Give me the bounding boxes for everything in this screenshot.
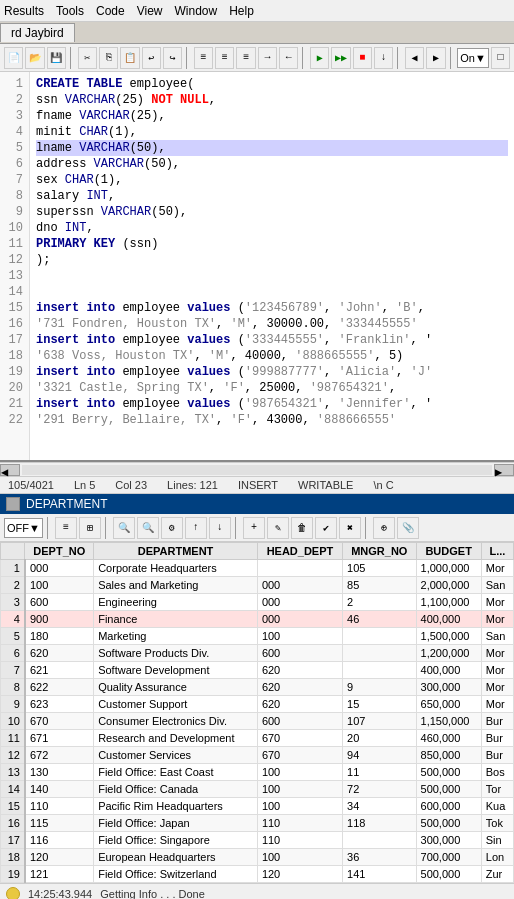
hscroll-left[interactable]: ◀ [0,464,20,476]
cell-mngr_no[interactable]: 11 [343,764,416,781]
cell-department[interactable]: European Headquarters [94,849,258,866]
cell-mngr_no[interactable]: 9 [343,679,416,696]
cell-head_dept[interactable]: 000 [257,577,342,594]
cell-dept_no[interactable]: 672 [25,747,94,764]
grid-btn-9[interactable]: ✎ [267,517,289,539]
grid-btn-6[interactable]: ↑ [185,517,207,539]
hscroll-track[interactable] [22,465,492,475]
cell-dept_no[interactable]: 671 [25,730,94,747]
toolbar-forward-btn[interactable]: ▶ [426,47,445,69]
cell-loc[interactable]: Sin [481,832,513,849]
data-table-container[interactable]: DEPT_NODEPARTMENTHEAD_DEPTMNGR_NOBUDGETL… [0,542,514,883]
toolbar-align-right[interactable]: ≡ [236,47,255,69]
cell-dept_no[interactable]: 120 [25,849,94,866]
cell-department[interactable]: Marketing [94,628,258,645]
cell-department[interactable]: Sales and Marketing [94,577,258,594]
grid-btn-12[interactable]: ✖ [339,517,361,539]
cell-loc[interactable]: Bos [481,764,513,781]
table-row[interactable]: 18120European Headquarters10036700,000Lo… [1,849,514,866]
cell-department[interactable]: Software Products Div. [94,645,258,662]
cell-head_dept[interactable]: 110 [257,832,342,849]
cell-loc[interactable]: Mor [481,560,513,577]
cell-budget[interactable]: 300,000 [416,832,481,849]
code-text[interactable]: CREATE TABLE employee( ssn VARCHAR(25) N… [30,72,514,460]
cell-mngr_no[interactable]: 2 [343,594,416,611]
cell-dept_no[interactable]: 130 [25,764,94,781]
table-row[interactable]: 2100Sales and Marketing000852,000,000San [1,577,514,594]
cell-dept_no[interactable]: 621 [25,662,94,679]
table-row[interactable]: 14140Field Office: Canada10072500,000Tor [1,781,514,798]
cell-department[interactable]: Pacific Rim Headquarters [94,798,258,815]
cell-loc[interactable]: San [481,577,513,594]
cell-mngr_no[interactable]: 118 [343,815,416,832]
cell-head_dept[interactable]: 670 [257,747,342,764]
cell-department[interactable]: Engineering [94,594,258,611]
cell-department[interactable]: Field Office: Canada [94,781,258,798]
table-row[interactable]: 13130Field Office: East Coast10011500,00… [1,764,514,781]
menu-view[interactable]: View [137,4,163,18]
table-row[interactable]: 6620Software Products Div.6001,200,000Mo… [1,645,514,662]
cell-budget[interactable]: 850,000 [416,747,481,764]
toolbar-outdent[interactable]: ← [279,47,298,69]
cell-head_dept[interactable]: 620 [257,679,342,696]
cell-budget[interactable]: 700,000 [416,849,481,866]
toolbar-run-all-btn[interactable]: ▶▶ [331,47,350,69]
cell-dept_no[interactable]: 600 [25,594,94,611]
cell-head_dept[interactable]: 100 [257,764,342,781]
grid-btn-13[interactable]: ⊕ [373,517,395,539]
cell-mngr_no[interactable]: 141 [343,866,416,883]
cell-budget[interactable]: 1,200,000 [416,645,481,662]
cell-budget[interactable]: 400,000 [416,662,481,679]
cell-loc[interactable]: San [481,628,513,645]
cell-mngr_no[interactable]: 85 [343,577,416,594]
cell-loc[interactable]: Bur [481,747,513,764]
table-row[interactable]: 8622Quality Assurance6209300,000Mor [1,679,514,696]
cell-budget[interactable]: 650,000 [416,696,481,713]
grid-btn-8[interactable]: + [243,517,265,539]
cell-mngr_no[interactable]: 94 [343,747,416,764]
cell-head_dept[interactable]: 600 [257,713,342,730]
grid-btn-4[interactable]: 🔍 [137,517,159,539]
cell-loc[interactable]: Lon [481,849,513,866]
toolbar-step-btn[interactable]: ↓ [374,47,393,69]
table-row[interactable]: 1000Corporate Headquarters1051,000,000Mo… [1,560,514,577]
toolbar-paste-btn[interactable]: 📋 [120,47,139,69]
toolbar-indent[interactable]: → [258,47,277,69]
cell-dept_no[interactable]: 000 [25,560,94,577]
toolbar-mode-dropdown[interactable]: On ▼ [457,48,489,68]
cell-mngr_no[interactable]: 36 [343,849,416,866]
menu-window[interactable]: Window [175,4,218,18]
cell-dept_no[interactable]: 670 [25,713,94,730]
cell-head_dept[interactable]: 000 [257,611,342,628]
cell-budget[interactable]: 500,000 [416,866,481,883]
cell-head_dept[interactable]: 100 [257,798,342,815]
cell-dept_no[interactable]: 116 [25,832,94,849]
cell-dept_no[interactable]: 180 [25,628,94,645]
cell-mngr_no[interactable] [343,832,416,849]
hscrollbar[interactable]: ◀ ▶ [0,462,514,476]
cell-head_dept[interactable]: 120 [257,866,342,883]
toolbar-cut-btn[interactable]: ✂ [78,47,97,69]
toolbar-stop-btn[interactable]: ■ [353,47,372,69]
cell-dept_no[interactable]: 110 [25,798,94,815]
menu-results[interactable]: Results [4,4,44,18]
cell-loc[interactable]: Tok [481,815,513,832]
grid-off-dropdown[interactable]: OFF ▼ [4,518,43,538]
table-row[interactable]: 15110Pacific Rim Headquarters10034600,00… [1,798,514,815]
toolbar-run-btn[interactable]: ▶ [310,47,329,69]
toolbar-redo-btn[interactable]: ↪ [163,47,182,69]
cell-dept_no[interactable]: 115 [25,815,94,832]
toolbar-open-btn[interactable]: 📂 [25,47,44,69]
cell-head_dept[interactable]: 110 [257,815,342,832]
cell-budget[interactable]: 1,150,000 [416,713,481,730]
cell-department[interactable]: Finance [94,611,258,628]
grid-btn-11[interactable]: ✔ [315,517,337,539]
cell-budget[interactable]: 500,000 [416,764,481,781]
grid-btn-10[interactable]: 🗑 [291,517,313,539]
code-editor[interactable]: 12345678910111213141516171819202122 CREA… [0,72,514,462]
toolbar-undo-btn[interactable]: ↩ [142,47,161,69]
table-row[interactable]: 19121Field Office: Switzerland120141500,… [1,866,514,883]
toolbar-align-left[interactable]: ≡ [194,47,213,69]
cell-budget[interactable]: 600,000 [416,798,481,815]
table-row[interactable]: 3600Engineering00021,100,000Mor [1,594,514,611]
